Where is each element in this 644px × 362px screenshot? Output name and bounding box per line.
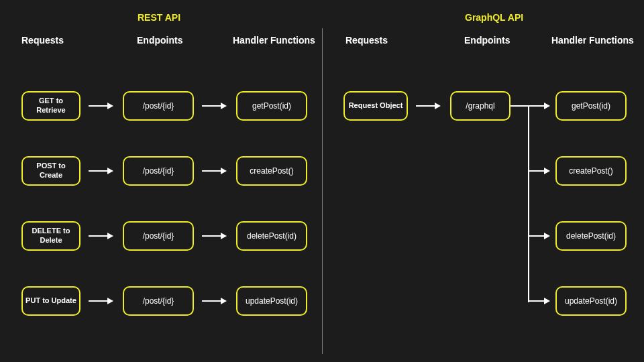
arrow-icon (202, 233, 227, 239)
connector (528, 105, 529, 302)
rest-request-2: DELETE to Delete (21, 221, 80, 251)
rest-handler-1: createPost() (236, 156, 307, 186)
gql-handler-1: createPost() (555, 156, 627, 186)
rest-endpoint-1: /post/{id} (123, 156, 194, 186)
gql-request: Request Object (343, 91, 408, 121)
rest-col-handlers: Handler Functions (233, 35, 315, 46)
arrow-icon (89, 233, 113, 239)
arrow-icon (202, 168, 227, 174)
rest-col-requests: Requests (21, 35, 64, 46)
rest-request-3: PUT to Update (21, 286, 80, 316)
rest-col-endpoints: Endpoints (137, 35, 182, 46)
graphql-title: GraphQL API (465, 12, 523, 23)
arrow-icon (528, 168, 550, 174)
arrow-icon (528, 298, 550, 304)
gql-handler-3: updatePost(id) (555, 286, 627, 316)
arrow-icon (528, 233, 550, 239)
diagram: REST API GraphQL API Requests Endpoints … (0, 0, 644, 362)
gql-col-handlers: Handler Functions (551, 35, 634, 46)
gql-handler-0: getPost(id) (555, 91, 627, 121)
rest-endpoint-0: /post/{id} (123, 91, 194, 121)
arrow-icon (89, 103, 113, 109)
rest-request-1: POST to Create (21, 156, 80, 186)
rest-endpoint-3: /post/{id} (123, 286, 194, 316)
rest-endpoint-2: /post/{id} (123, 221, 194, 251)
rest-title: REST API (138, 12, 180, 23)
gql-handler-2: deletePost(id) (555, 221, 627, 251)
arrow-icon (89, 298, 113, 304)
rest-handler-0: getPost(id) (236, 91, 307, 121)
rest-handler-3: updatePost(id) (236, 286, 307, 316)
gql-col-requests: Requests (345, 35, 388, 46)
arrow-icon (202, 103, 227, 109)
connector (511, 105, 528, 107)
divider (322, 28, 323, 354)
rest-handler-2: deletePost(id) (236, 221, 307, 251)
gql-col-endpoints: Endpoints (464, 35, 510, 46)
arrow-icon (202, 298, 227, 304)
gql-endpoint: /graphql (450, 91, 511, 121)
arrow-icon (416, 103, 441, 109)
rest-request-0: GET to Retrieve (21, 91, 80, 121)
arrow-icon (528, 103, 550, 109)
arrow-icon (89, 168, 113, 174)
